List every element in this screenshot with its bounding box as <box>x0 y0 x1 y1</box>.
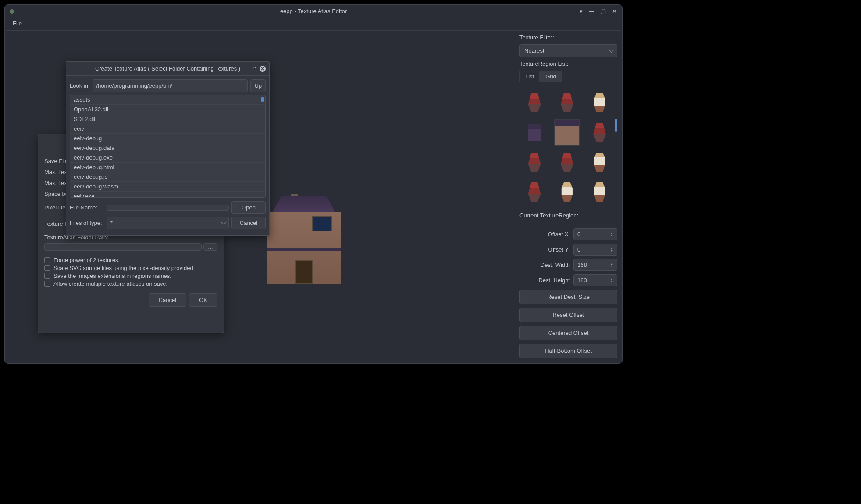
checkbox-ext[interactable] <box>44 273 50 279</box>
file-dialog-title: Create Texture Atlas ( Select Folder Con… <box>95 65 240 72</box>
list-item[interactable]: eeiv-debug.wasm <box>70 182 265 192</box>
up-button[interactable]: Up <box>250 79 266 92</box>
browse-button[interactable]: ... <box>203 243 217 251</box>
label-pow2: Force power of 2 textures. <box>53 257 120 263</box>
spin-down-icon[interactable]: ▼ <box>610 234 613 237</box>
menubar: File <box>5 18 622 29</box>
tab-grid[interactable]: Grid <box>540 71 562 82</box>
app-window: eepp - Texture Atlas Editor ▾ — ▢ ✕ File <box>4 4 623 364</box>
sprite-cell[interactable] <box>521 119 548 146</box>
list-item[interactable]: SDL2.dll <box>70 114 265 124</box>
file-list[interactable]: assets OpenAL32.dll SDL2.dll eeiv eeiv-d… <box>70 95 266 198</box>
close-icon[interactable]: ✕ <box>260 66 266 72</box>
offset-y-label: Offset Y: <box>519 246 570 253</box>
cancel-button[interactable]: Cancel <box>231 217 266 229</box>
list-item[interactable]: eeiv-debug.data <box>70 143 265 153</box>
sprite-cell[interactable] <box>521 149 548 175</box>
spin-down-icon[interactable]: ▼ <box>610 250 613 252</box>
offset-x-input[interactable]: 0▲▼ <box>573 228 617 240</box>
checkbox-pow2[interactable] <box>44 257 50 263</box>
half-bottom-offset-button[interactable]: Half-Bottom Offset <box>519 344 617 358</box>
reset-size-button[interactable]: Reset Dest. Size <box>519 290 617 304</box>
list-item[interactable]: assets <box>70 95 265 105</box>
sprite-cell[interactable] <box>587 179 613 205</box>
scrollbar-thumb[interactable] <box>615 119 617 132</box>
dest-width-input[interactable]: 168▲▼ <box>573 259 617 271</box>
dest-width-label: Dest. Width <box>519 262 570 268</box>
window-controls: ▾ — ▢ ✕ <box>578 8 619 14</box>
file-dialog: Create Texture Atlas ( Select Folder Con… <box>66 61 270 236</box>
sprite-cell[interactable] <box>587 119 613 146</box>
right-panel: Texture Filter: Nearest TextureRegion Li… <box>516 31 621 362</box>
lookin-label: Look in: <box>70 82 90 89</box>
sprite-cell[interactable] <box>554 149 580 175</box>
app-icon <box>8 8 15 15</box>
checkbox-svg[interactable] <box>44 265 50 271</box>
region-tabs: List Grid <box>519 71 617 82</box>
filetype-label: Files of type: <box>70 220 104 226</box>
maximize-icon[interactable]: ▢ <box>599 8 608 14</box>
offset-x-label: Offset X: <box>519 231 570 238</box>
texture-filter-select[interactable]: Nearest <box>519 44 617 57</box>
sprite-cell[interactable] <box>587 149 613 175</box>
sprite-cell[interactable] <box>554 119 580 146</box>
collapse-icon[interactable]: ⌃ <box>253 66 257 72</box>
offset-y-input[interactable]: 0▲▼ <box>573 244 617 256</box>
lookin-input[interactable]: /home/programming/eepp/bin/ <box>93 79 248 92</box>
titlebar: eepp - Texture Atlas Editor ▾ — ▢ ✕ <box>5 5 622 18</box>
filetype-select[interactable]: * <box>107 217 229 229</box>
sprite-cell[interactable] <box>521 179 548 205</box>
sprite-grid <box>519 86 617 209</box>
label-svg: Scale SVG source files using the pixel-d… <box>53 265 195 271</box>
sprite-preview <box>267 196 341 284</box>
open-button[interactable]: Open <box>231 201 266 214</box>
file-dialog-titlebar: Create Texture Atlas ( Select Folder Con… <box>66 62 269 76</box>
chevron-down-icon <box>221 220 225 226</box>
texture-filter-label: Texture Filter: <box>519 34 617 41</box>
spin-down-icon[interactable]: ▼ <box>610 265 613 268</box>
sprite-cell[interactable] <box>554 179 580 205</box>
list-item[interactable]: eeiv-debug <box>70 134 265 143</box>
label-ext: Save the images extensions in regions na… <box>53 273 171 279</box>
label-multi: Allow create multiple texture atlases on… <box>53 280 167 287</box>
list-item[interactable]: eeiv <box>70 124 265 134</box>
minimize-icon[interactable]: — <box>587 8 596 14</box>
dropdown-icon[interactable]: ▾ <box>578 8 584 14</box>
menu-file[interactable]: File <box>9 18 25 28</box>
dest-height-input[interactable]: 183▲▼ <box>573 274 617 286</box>
reset-offset-button[interactable]: Reset Offset <box>519 308 617 322</box>
filename-label: File Name: <box>70 204 104 211</box>
sprite-cell[interactable] <box>587 89 613 116</box>
sprite-cell[interactable] <box>521 89 548 116</box>
close-icon[interactable]: ✕ <box>610 8 619 14</box>
sprite-cell[interactable] <box>554 89 580 116</box>
chevron-down-icon <box>608 47 612 54</box>
main-area: Save File F Max. Text Max. Text Space be… <box>6 30 621 362</box>
scrollbar-thumb[interactable] <box>261 97 264 102</box>
list-item[interactable]: eeiv.exe <box>70 192 265 198</box>
filename-input[interactable] <box>107 205 229 211</box>
list-item[interactable]: eeiv-debug.html <box>70 163 265 172</box>
folder-path-input[interactable] <box>44 243 202 251</box>
tab-list[interactable]: List <box>519 71 540 82</box>
dest-height-label: Dest. Height <box>519 277 570 284</box>
list-item[interactable]: eeiv-debug.js <box>70 172 265 182</box>
centered-offset-button[interactable]: Centered Offset <box>519 326 617 340</box>
config-ok-button[interactable]: OK <box>189 293 217 307</box>
list-item[interactable]: eeiv-debug.exe <box>70 153 265 163</box>
checkbox-multi[interactable] <box>44 281 50 287</box>
current-region-label: Current TextureRegion: <box>519 212 617 219</box>
config-cancel-button[interactable]: Cancel <box>149 293 186 307</box>
canvas-area[interactable]: Save File F Max. Text Max. Text Space be… <box>6 31 516 362</box>
window-title: eepp - Texture Atlas Editor <box>280 8 347 14</box>
spin-down-icon[interactable]: ▼ <box>610 280 613 283</box>
region-list-label: TextureRegion List: <box>519 60 617 67</box>
list-item[interactable]: OpenAL32.dll <box>70 105 265 114</box>
